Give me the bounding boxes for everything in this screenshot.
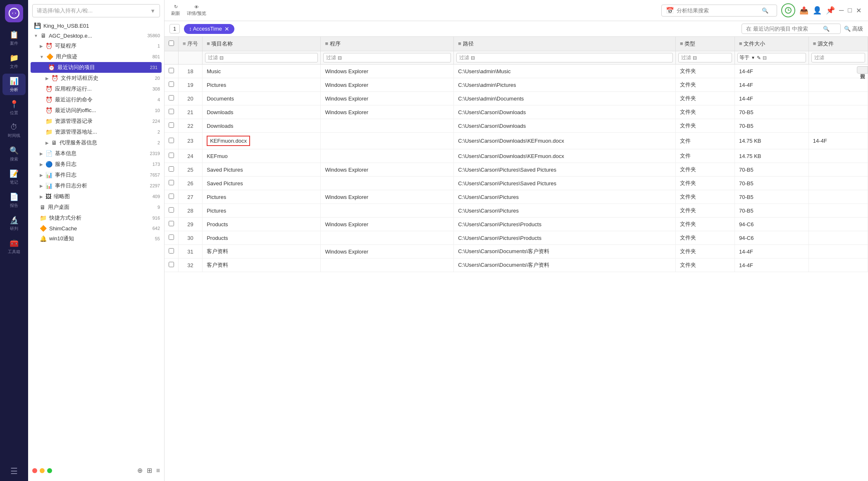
cell-check[interactable] bbox=[165, 204, 179, 218]
sidebar-item-research[interactable]: 🔬 研判 bbox=[2, 213, 26, 234]
search-input[interactable] bbox=[677, 7, 759, 14]
sort-tag[interactable]: ↕ AccessTime ✕ bbox=[184, 24, 234, 34]
filter-icon-name[interactable]: ⊟ bbox=[219, 55, 224, 61]
th-check[interactable] bbox=[165, 37, 179, 51]
row-checkbox[interactable] bbox=[169, 95, 174, 101]
tree-item-win10[interactable]: 🔔 win10通知 55 bbox=[28, 233, 164, 244]
table-row[interactable]: 20 Documents Windows Explorer C:\Users\a… bbox=[165, 92, 868, 105]
search-right-icon[interactable]: 🔍 bbox=[823, 26, 830, 32]
cell-check[interactable] bbox=[165, 92, 179, 105]
tree-item-resmgraddr[interactable]: 📁 资源管理器地址... 2 bbox=[28, 127, 164, 137]
minimize-button[interactable]: ─ bbox=[839, 7, 844, 14]
table-row[interactable]: 25 Saved Pictures Windows Explorer C:\Us… bbox=[165, 163, 868, 177]
cell-check[interactable] bbox=[165, 163, 179, 177]
row-checkbox[interactable] bbox=[169, 138, 174, 143]
hamburger-menu-icon[interactable]: ☰ bbox=[10, 466, 18, 476]
tree-item-evtlog[interactable]: ▶ 📊 事件日志 7657 bbox=[28, 170, 164, 180]
row-checkbox[interactable] bbox=[169, 207, 174, 213]
row-checkbox[interactable] bbox=[169, 68, 174, 73]
grid-view-icon[interactable]: ⊞ bbox=[147, 467, 152, 474]
pin-icon[interactable]: 📌 bbox=[826, 6, 835, 15]
settings-column-button[interactable]: 设置列 bbox=[857, 66, 868, 74]
filter-icon-size[interactable]: ⊟ bbox=[763, 55, 767, 61]
cell-check[interactable] bbox=[165, 190, 179, 204]
sidebar-item-timeline[interactable]: ⏱ 时间线 bbox=[2, 120, 26, 141]
row-checkbox[interactable] bbox=[169, 109, 174, 114]
cell-check[interactable] bbox=[165, 149, 179, 163]
filter-icon-path[interactable]: ⊟ bbox=[471, 55, 475, 61]
maximize-button[interactable]: □ bbox=[848, 7, 852, 14]
cell-check[interactable] bbox=[165, 133, 179, 149]
row-checkbox[interactable] bbox=[169, 262, 174, 267]
cell-check[interactable] bbox=[165, 177, 179, 190]
close-sort-icon[interactable]: ✕ bbox=[224, 26, 229, 32]
search-magnifier-icon[interactable]: 🔍 bbox=[762, 7, 768, 14]
filter-icon-prog[interactable]: ⊟ bbox=[338, 55, 342, 61]
search-right-input[interactable] bbox=[746, 26, 820, 32]
sidebar-item-case[interactable]: 📋 案件 bbox=[2, 27, 26, 49]
tree-item-evtanalysis[interactable]: ▶ 📊 事件日志分析 2297 bbox=[28, 180, 164, 191]
timer-circle-button[interactable] bbox=[781, 3, 795, 17]
advanced-button[interactable]: 🔍 高级 bbox=[844, 25, 863, 33]
filter-size-edit-icon[interactable]: ✎ bbox=[757, 55, 761, 61]
preview-button[interactable]: 👁 详情/预览 bbox=[187, 5, 206, 17]
export-icon[interactable]: 📤 bbox=[799, 6, 808, 15]
row-checkbox[interactable] bbox=[169, 235, 174, 240]
table-row[interactable]: 22 Downloads C:\Users\Carson\Downloads 文… bbox=[165, 119, 868, 133]
table-row[interactable]: 27 Pictures Windows Explorer C:\Users\Ca… bbox=[165, 190, 868, 204]
sidebar-item-toolbox[interactable]: 🧰 工具箱 bbox=[2, 236, 26, 257]
holder-select[interactable]: 请选择/输入持有人/检... ▼ bbox=[32, 4, 160, 17]
tree-item-shortcut[interactable]: 📁 快捷方式分析 916 bbox=[28, 213, 164, 223]
cell-check[interactable] bbox=[165, 78, 179, 92]
table-row[interactable]: 29 Products Windows Explorer C:\Users\Ca… bbox=[165, 218, 868, 231]
row-checkbox[interactable] bbox=[169, 122, 174, 128]
refresh-button[interactable]: ↻ 刷新 bbox=[171, 4, 180, 17]
row-checkbox[interactable] bbox=[169, 180, 174, 185]
table-row[interactable]: 28 Pictures C:\Users\Carson\Pictures 文件夹… bbox=[165, 204, 868, 218]
cell-check[interactable] bbox=[165, 218, 179, 231]
table-row[interactable]: 26 Saved Pictures C:\Users\Carson\Pictur… bbox=[165, 177, 868, 190]
cell-check[interactable] bbox=[165, 258, 179, 272]
tree-item-thumbnail[interactable]: ▶ 🖼 缩略图 409 bbox=[28, 191, 164, 202]
tree-item-basicinfo[interactable]: ▶ 📄 基本信息 2319 bbox=[28, 148, 164, 159]
sidebar-item-search[interactable]: 🔍 搜索 bbox=[2, 143, 26, 165]
tree-item-usertraces[interactable]: ▼ 🔶 用户痕迹 801 bbox=[28, 51, 164, 62]
tree-item-shimcache[interactable]: 🔶 ShimCache 642 bbox=[28, 223, 164, 233]
tree-item-proxy[interactable]: ▶ 🖥 代理服务器信息 2 bbox=[28, 137, 164, 148]
table-row[interactable]: 18 Music Windows Explorer C:\Users\admin… bbox=[165, 65, 868, 78]
tree-item-apprun[interactable]: ⏰ 应用程序运行... 308 bbox=[28, 84, 164, 94]
row-checkbox[interactable] bbox=[169, 153, 174, 158]
sidebar-item-file[interactable]: 📁 文件 bbox=[2, 50, 26, 72]
tree-item-suspicious[interactable]: ▶ ⏰ 可疑程序 1 bbox=[28, 41, 164, 51]
tree-item-lastcmd[interactable]: ⏰ 最近运行的命令 4 bbox=[28, 94, 164, 105]
tree-item-agc[interactable]: ▼ 🖥 AGC_Desktop.e... 35860 bbox=[28, 31, 164, 41]
table-row[interactable]: 30 Products C:\Users\Carson\Pictures\Pro… bbox=[165, 231, 868, 245]
select-all-checkbox[interactable] bbox=[169, 41, 174, 46]
table-row[interactable]: 19 Pictures Windows Explorer C:\Users\ad… bbox=[165, 78, 868, 92]
cell-check[interactable] bbox=[165, 245, 179, 258]
tree-item-resmgr[interactable]: 📁 资源管理器记录 224 bbox=[28, 116, 164, 127]
list-view-icon[interactable]: ≡ bbox=[156, 467, 160, 474]
cell-check[interactable] bbox=[165, 105, 179, 119]
table-row[interactable]: 32 客户资料 C:\Users\Carson\Documents\客户资料 文… bbox=[165, 258, 868, 272]
table-row[interactable]: 24 KEFmuo C:\Users\Carson\Downloads\KEFm… bbox=[165, 149, 868, 163]
filter-icon-type[interactable]: ⊟ bbox=[693, 55, 697, 61]
row-checkbox[interactable] bbox=[169, 194, 174, 199]
cell-check[interactable] bbox=[165, 119, 179, 133]
sidebar-item-location[interactable]: 📍 位置 bbox=[2, 97, 26, 118]
row-checkbox[interactable] bbox=[169, 248, 174, 254]
table-row[interactable]: 21 Downloads Windows Explorer C:\Users\C… bbox=[165, 105, 868, 119]
tree-item-desktop[interactable]: 🖥 用户桌面 9 bbox=[28, 202, 164, 213]
sidebar-item-analysis[interactable]: 📊 分析 bbox=[2, 74, 26, 95]
tree-item-svclog[interactable]: ▶ 🔵 服务日志 173 bbox=[28, 159, 164, 170]
add-item-icon[interactable]: ⊕ bbox=[137, 467, 143, 474]
tree-item-lastoffice[interactable]: ⏰ 最近访问的offic... 10 bbox=[28, 105, 164, 116]
row-checkbox[interactable] bbox=[169, 166, 174, 172]
cell-check[interactable] bbox=[165, 65, 179, 78]
tree-item-usb[interactable]: 💾 King_Ho_USB.E01 bbox=[28, 21, 164, 31]
filter-size-dropdown-icon[interactable]: ▼ bbox=[751, 55, 755, 60]
calendar-icon[interactable]: 📅 bbox=[666, 7, 674, 14]
user-icon[interactable]: 👤 bbox=[813, 6, 822, 15]
row-checkbox[interactable] bbox=[169, 221, 174, 226]
row-checkbox[interactable] bbox=[169, 81, 174, 87]
